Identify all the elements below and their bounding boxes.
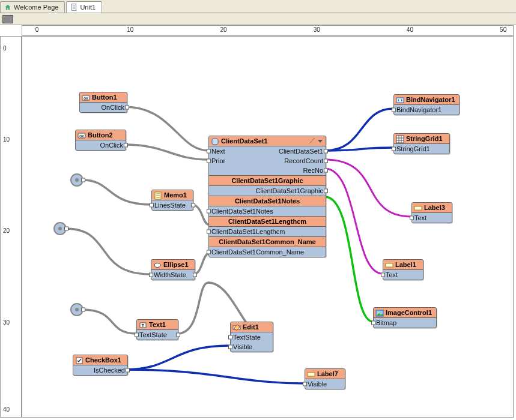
node-title: Label1 [395, 261, 416, 268]
ruler-tick: 30 [314, 26, 320, 33]
ruler-tick: 0 [3, 45, 7, 52]
svg-rect-11 [308, 373, 315, 376]
svg-point-6 [154, 263, 160, 268]
ruler-vertical: 0 10 20 30 40 [0, 36, 22, 418]
tab-welcome-label: Welcome Page [14, 4, 58, 11]
node-prop: ClientDataSet1Lengthcm [211, 228, 285, 235]
node-prop: Next [211, 148, 225, 155]
node-title: Button2 [88, 131, 113, 139]
node-prop: TextState [233, 334, 261, 341]
node-prop: ClientDataSet1Graphic [255, 187, 323, 194]
node-label3[interactable]: Label3 Text [411, 202, 452, 223]
node-text1[interactable]: TText1 TextState [136, 319, 178, 340]
ruler-tick: 30 [3, 319, 10, 325]
node-title: Edit1 [243, 323, 259, 331]
node-prop: RecNo [303, 167, 323, 174]
toolbar [0, 13, 516, 25]
wand-icon[interactable] [308, 137, 315, 145]
node-label1[interactable]: Label1 Text [383, 259, 423, 280]
node-subheader: ClientDataSet1Notes [209, 196, 326, 206]
node-checkbox1[interactable]: CheckBox1 IsChecked [73, 355, 128, 376]
tab-unit1[interactable]: Unit1 [66, 1, 102, 13]
ruler-tick: 20 [3, 227, 10, 234]
node-subheader: ClientDataSet1Common_Name [209, 236, 326, 247]
ruler-tick: 10 [3, 136, 10, 143]
dataset-icon [211, 137, 219, 146]
node-title: Ellipse1 [163, 261, 189, 268]
label-icon [414, 204, 422, 212]
node-button2[interactable]: OKButton2 OnClick [75, 130, 126, 151]
workspace: 0 10 20 30 40 50 0 10 20 30 40 [0, 25, 516, 420]
node-subheader: ClientDataSet1Graphic [209, 175, 326, 186]
ruler-tick: 0 [35, 26, 39, 33]
source-node[interactable] [70, 173, 83, 187]
document-icon [70, 4, 77, 11]
node-prop: ClientDataSet1Common_Name [211, 248, 304, 256]
source-node[interactable] [70, 303, 83, 316]
text-icon: T [139, 321, 147, 329]
node-ellipse1[interactable]: Ellipse1 WidthState [151, 259, 195, 280]
node-title: Text1 [149, 321, 166, 328]
tab-unit1-label: Unit1 [80, 4, 96, 11]
svg-rect-15 [396, 136, 404, 143]
svg-rect-12 [386, 263, 393, 267]
ruler-tick: 40 [407, 26, 413, 33]
canvas-wrap: OKButton1 OnClick OKButton2 OnClick Memo… [22, 36, 514, 418]
node-title: Label7 [317, 370, 338, 377]
svg-text:OK: OK [79, 134, 84, 138]
node-clientdataset[interactable]: ClientDataSet1 Next ClientDataSet1 Prior… [208, 136, 326, 257]
home-icon [4, 4, 11, 11]
node-edit1[interactable]: Edit1 TextState Visible [230, 322, 273, 352]
ruler-tick: 50 [500, 26, 506, 33]
svg-rect-14 [396, 98, 404, 103]
node-label7[interactable]: Label7 Visible [305, 368, 345, 389]
svg-rect-13 [414, 206, 422, 210]
node-prop: WidthState [154, 271, 186, 278]
tab-welcome[interactable]: Welcome Page [0, 1, 65, 13]
node-imagecontrol[interactable]: ImageControl1 Bitmap [373, 307, 437, 328]
label-icon [307, 370, 315, 379]
node-bindnavigator[interactable]: BindNavigator1 BindNavigator1 [393, 94, 460, 115]
memo-icon [154, 191, 162, 200]
image-icon [375, 309, 384, 317]
node-title: Label3 [424, 204, 445, 211]
node-prop: StringGrid1 [396, 145, 430, 152]
svg-text:OK: OK [83, 97, 88, 100]
ruler-horizontal: 0 10 20 30 40 50 [22, 25, 514, 36]
node-subheader: ClientDataSet1Lengthcm [209, 216, 326, 227]
node-prop: OnClick [101, 104, 124, 111]
node-prop: Bitmap [376, 319, 396, 326]
ruler-tick: 20 [220, 26, 226, 33]
ruler-tick: 40 [3, 406, 10, 413]
node-title: BindNavigator1 [406, 96, 455, 103]
svg-text:T: T [142, 323, 145, 328]
chevron-down-icon[interactable] [317, 137, 324, 145]
node-prop: Visible [308, 380, 327, 388]
node-prop: LinesState [154, 202, 186, 209]
node-stringgrid[interactable]: StringGrid1 StringGrid1 [393, 133, 450, 154]
node-button1[interactable]: OKButton1 OnClick [79, 92, 127, 113]
node-prop: ClientDataSet1Notes [211, 208, 273, 215]
navigator-icon [396, 96, 404, 104]
source-node[interactable] [53, 222, 67, 235]
node-title: CheckBox1 [85, 356, 121, 364]
node-title: ClientDataSet1 [221, 137, 268, 145]
node-title: Button1 [92, 94, 117, 101]
button-icon: OK [77, 131, 86, 140]
node-title: StringGrid1 [406, 135, 443, 142]
checkbox-icon [75, 356, 83, 365]
canvas[interactable]: OKButton1 OnClick OKButton2 OnClick Memo… [22, 37, 513, 417]
grid-icon [396, 135, 404, 143]
node-memo1[interactable]: Memo1 LinesState [151, 190, 193, 211]
node-prop: OnClick [100, 142, 123, 149]
node-prop: Visible [233, 343, 252, 350]
node-title: Memo1 [164, 191, 187, 199]
node-prop: Text [414, 214, 426, 221]
button-icon: OK [82, 94, 90, 102]
tab-bar: Welcome Page Unit1 [0, 0, 516, 13]
node-prop: TextState [139, 331, 167, 338]
tool-square[interactable] [2, 15, 13, 23]
ruler-tick: 10 [127, 26, 133, 33]
node-prop: ClientDataSet1 [279, 148, 323, 155]
node-prop: RecordCount [284, 157, 323, 164]
